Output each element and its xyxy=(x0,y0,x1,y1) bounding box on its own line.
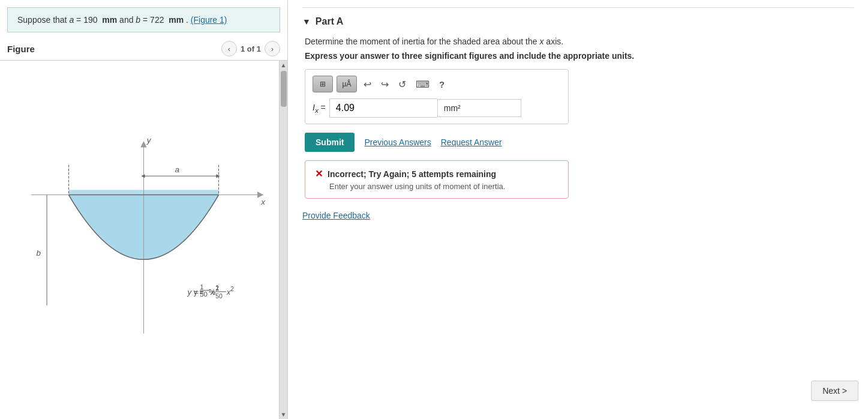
undo-icon: ↩ xyxy=(364,79,371,89)
refresh-icon: ↺ xyxy=(398,79,406,89)
next-button[interactable]: Next > xyxy=(811,381,858,401)
figure-area: y x a b xyxy=(0,61,287,419)
error-box: ✕ Incorrect; Try Again; 5 attempts remai… xyxy=(305,160,569,199)
redo-icon: ↪ xyxy=(381,79,389,89)
figure-prev-btn[interactable]: ‹ xyxy=(221,41,237,56)
svg-text:x: x xyxy=(210,288,215,297)
svg-text:b: b xyxy=(36,249,41,258)
keyboard-btn[interactable]: ⌨ xyxy=(413,77,433,91)
keyboard-icon: ⌨ xyxy=(416,79,430,89)
math-label: Ix = xyxy=(313,103,326,114)
figure-link[interactable]: (Figure 1) xyxy=(191,15,227,25)
part-a-header: ▼ Part A xyxy=(302,16,854,27)
left-panel: Suppose that a = 190 mm and b = 722 mm .… xyxy=(0,0,288,419)
question-bold: Express your answer to three significant… xyxy=(305,51,854,61)
svg-text:2: 2 xyxy=(230,286,234,292)
scroll-down-btn[interactable]: ▼ xyxy=(280,411,287,418)
error-title: ✕ Incorrect; Try Again; 5 attempts remai… xyxy=(315,168,558,179)
previous-answers-btn[interactable]: Previous Answers xyxy=(364,137,431,147)
matrix-icon: ⊞ xyxy=(320,80,326,88)
svg-text:50: 50 xyxy=(215,293,223,300)
undo-btn[interactable]: ↩ xyxy=(361,77,374,91)
svg-text:y: y xyxy=(146,136,152,145)
part-label: Part A xyxy=(316,16,344,27)
units-icon: μÅ xyxy=(343,80,352,88)
svg-text:1: 1 xyxy=(200,283,203,291)
figure-label: Figure xyxy=(7,44,35,54)
top-divider xyxy=(302,7,854,8)
info-text: Suppose that a = 190 mm and b = 722 mm .… xyxy=(17,15,227,25)
action-row: Submit Previous Answers Request Answer xyxy=(305,133,854,152)
help-btn[interactable]: ? xyxy=(436,78,447,91)
scroll-thumb[interactable] xyxy=(281,71,287,107)
var-a-label: a xyxy=(69,15,74,25)
svg-text:y =: y = xyxy=(187,288,199,297)
x-var: x xyxy=(539,37,543,46)
math-units-input[interactable] xyxy=(437,99,521,117)
svg-marker-3 xyxy=(257,191,263,197)
svg-text:2: 2 xyxy=(215,285,219,292)
submit-button[interactable]: Submit xyxy=(305,133,355,152)
figure-count: 1 of 1 xyxy=(241,44,261,53)
error-title-text: Incorrect; Try Again; 5 attempts remaini… xyxy=(328,169,496,179)
svg-text:a: a xyxy=(175,165,180,174)
refresh-btn[interactable]: ↺ xyxy=(395,77,409,91)
help-icon: ? xyxy=(439,79,444,89)
math-toolbar: ⊞ μÅ ↩ ↪ ↺ ⌨ ? xyxy=(313,76,561,92)
figure-nav: ‹ 1 of 1 › xyxy=(221,41,280,56)
error-icon: ✕ xyxy=(315,168,323,179)
svg-text:x: x xyxy=(260,197,266,206)
info-box: Suppose that a = 190 mm and b = 722 mm .… xyxy=(7,7,280,32)
matrix-btn[interactable]: ⊞ xyxy=(313,76,333,92)
math-input-container: ⊞ μÅ ↩ ↪ ↺ ⌨ ? Ix = xyxy=(305,69,569,124)
diagram-svg: y x a b xyxy=(0,61,287,419)
units-btn[interactable]: μÅ xyxy=(337,76,357,92)
redo-btn[interactable]: ↪ xyxy=(378,77,392,91)
scroll-bar[interactable]: ▲ ▼ xyxy=(279,61,287,419)
request-answer-btn[interactable]: Request Answer xyxy=(441,137,502,147)
var-b-label: b xyxy=(136,15,140,25)
svg-text:50: 50 xyxy=(200,291,208,298)
right-panel: ▼ Part A Determine the moment of inertia… xyxy=(288,0,868,419)
feedback-link[interactable]: Provide Feedback xyxy=(302,211,370,220)
error-detail: Enter your answer using units of moment … xyxy=(329,182,558,191)
question-text: Determine the moment of inertia for the … xyxy=(305,37,854,46)
figure-header: Figure ‹ 1 of 1 › xyxy=(0,37,287,60)
svg-marker-2 xyxy=(140,141,146,147)
figure-next-btn[interactable]: › xyxy=(265,41,280,56)
math-input-row: Ix = xyxy=(313,98,561,118)
collapse-arrow[interactable]: ▼ xyxy=(302,17,311,26)
scroll-up-btn[interactable]: ▲ xyxy=(281,62,287,68)
math-value-input[interactable] xyxy=(329,98,437,118)
